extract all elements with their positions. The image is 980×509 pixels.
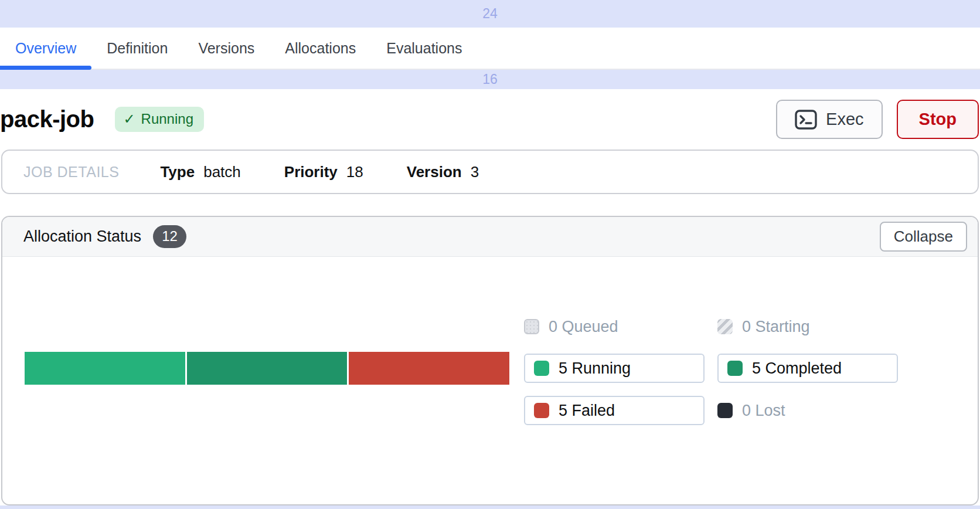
legend-item-failed[interactable]: 5 Failed	[524, 396, 705, 425]
lost-swatch-icon	[717, 403, 733, 418]
terminal-icon	[795, 110, 817, 130]
allocation-chart: 0 Queued 0 Starting 5 Running 5 Complete…	[2, 313, 978, 425]
allocation-status-header: Allocation Status 12 Collapse	[2, 217, 978, 257]
tab-evaluations-label: Evaluations	[386, 40, 462, 57]
tab-definition-label: Definition	[107, 40, 168, 57]
allocation-count-badge: 12	[153, 225, 186, 248]
allocation-status-title: Allocation Status	[23, 228, 141, 246]
legend-item-lost: 0 Lost	[717, 396, 898, 425]
detail-field-type: Type batch	[160, 163, 240, 181]
spacing-ruler-bottom	[0, 505, 980, 509]
allocation-stacked-bar	[25, 352, 509, 385]
tab-evaluations[interactable]: Evaluations	[371, 28, 477, 69]
detail-label-type: Type	[160, 163, 195, 181]
legend-starting-label: 0 Starting	[742, 318, 810, 336]
starting-swatch-icon	[717, 319, 733, 334]
allocation-bar-wrap	[25, 313, 509, 425]
completed-swatch-icon	[727, 361, 743, 376]
legend-failed-label: 5 Failed	[559, 402, 615, 420]
status-badge-label: Running	[141, 111, 193, 127]
stop-button[interactable]: Stop	[897, 100, 979, 139]
detail-label-version: Version	[407, 163, 462, 181]
allocation-legend: 0 Queued 0 Starting 5 Running 5 Complete…	[524, 313, 898, 425]
running-swatch-icon	[534, 361, 549, 376]
legend-completed-label: 5 Completed	[752, 359, 842, 378]
detail-value-priority: 18	[346, 163, 363, 181]
spacing-ruler-middle-label: 16	[482, 72, 498, 87]
legend-item-completed[interactable]: 5 Completed	[717, 354, 898, 383]
failed-swatch-icon	[534, 403, 549, 418]
tab-overview-label: Overview	[15, 40, 76, 57]
legend-item-queued: 0 Queued	[524, 313, 705, 341]
job-header: pack-job ✓ Running Exec Stop	[0, 89, 980, 150]
detail-field-version: Version 3	[407, 163, 479, 181]
detail-value-version: 3	[471, 163, 479, 181]
job-details-panel: JOB DETAILS Type batch Priority 18 Versi…	[1, 150, 979, 194]
allocation-status-panel: Allocation Status 12 Collapse 0 Queued 0…	[1, 216, 979, 505]
spacing-ruler-top: 24	[0, 0, 980, 28]
legend-item-starting: 0 Starting	[717, 313, 898, 341]
detail-field-priority: Priority 18	[284, 163, 363, 181]
collapse-button[interactable]: Collapse	[880, 222, 967, 252]
exec-button-label: Exec	[826, 110, 863, 129]
detail-value-type: batch	[203, 163, 241, 181]
tab-overview[interactable]: Overview	[0, 28, 91, 69]
tab-allocations-label: Allocations	[285, 40, 356, 57]
tab-versions-label: Versions	[198, 40, 254, 57]
spacing-ruler-top-label: 24	[482, 6, 498, 22]
legend-queued-label: 0 Queued	[549, 318, 618, 336]
stop-button-label: Stop	[919, 110, 957, 129]
job-tabbar: Overview Definition Versions Allocations…	[0, 28, 980, 70]
legend-running-label: 5 Running	[559, 359, 631, 378]
status-badge: ✓ Running	[115, 107, 204, 132]
detail-label-priority: Priority	[284, 163, 338, 181]
job-details-heading: JOB DETAILS	[23, 164, 119, 181]
queued-swatch-icon	[524, 319, 539, 334]
spacing-ruler-middle: 16	[0, 70, 980, 89]
exec-button[interactable]: Exec	[776, 100, 882, 139]
bar-segment-failed[interactable]	[349, 352, 509, 385]
check-icon: ✓	[123, 111, 135, 127]
legend-item-running[interactable]: 5 Running	[524, 354, 705, 383]
page-title: pack-job	[0, 106, 94, 133]
legend-lost-label: 0 Lost	[742, 402, 785, 420]
tab-definition[interactable]: Definition	[91, 28, 183, 69]
bar-segment-running[interactable]	[25, 352, 185, 385]
bar-segment-completed[interactable]	[187, 352, 348, 385]
tab-allocations[interactable]: Allocations	[270, 28, 371, 69]
tab-versions[interactable]: Versions	[183, 28, 270, 69]
